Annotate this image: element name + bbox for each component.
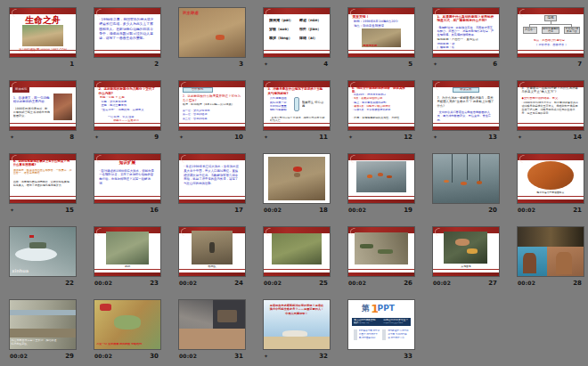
slide-canvas[interactable]: 是谁用血肉之躯筑起冲不垮的长堤？是谁在洪水中托起生命之舟？——是最可爱的人：中国…: [263, 299, 331, 350]
slide-shape: 电视: [544, 15, 558, 21]
animation-star-icon[interactable]: ✦: [94, 134, 99, 140]
slide-canvas[interactable]: [263, 153, 331, 204]
slide-thumbnail[interactable]: 9、这则电视新闻在表达上有什么特点？为什么富有画面感?特点提示：解说词与画面互相…: [9, 153, 77, 216]
animation-star-icon[interactable]: ✦: [518, 134, 522, 140]
slide-canvas[interactable]: 洪水肆虐: [178, 7, 246, 58]
slide-text: · 9点：县委决定组织营救: [352, 97, 410, 101]
slide-footer-left: ✦: [433, 61, 437, 67]
slide-thumbnail[interactable]: · 走近1998年长江特大洪水：当年洪水波及大半个中国，受灾人口超过两亿，直接经…: [178, 153, 246, 216]
slide-canvas[interactable]: 万众一心 众志成城 抗洪抢险 夺取胜利: [94, 299, 161, 350]
slide-thumbnail[interactable]: 整体感知1、自读课文，用一句话概括这则新闻的主要内容。· 1998年簰洲湾溃堤后…: [9, 80, 77, 142]
slide-thumbnail[interactable]: 万众一心 众志成城 抗洪抢险 夺取胜利00:0230: [94, 299, 161, 362]
slide-canvas[interactable]: 1、本课属于什么类别的新闻？采用何种报道方式，与广播新闻有什么不同?· 电视解说…: [432, 7, 500, 58]
slide-canvas[interactable]: 2、这则新闻的标题分为几部分？交代了什么内容?标题：引题 + 正题引题：交代事件…: [94, 80, 161, 131]
slide-thumbnail[interactable]: 00:0231: [178, 299, 246, 362]
slide-canvas[interactable]: · 走近1998年长江特大洪水：当年洪水波及大半个中国，受灾人口超过两亿，直接经…: [178, 153, 246, 204]
slide-thumbnail[interactable]: 第1PPT怎么让PPT模板更精彩？如何让幻灯片更专业？海量模板免费下载优质素材教…: [347, 299, 415, 362]
slide-footer: 2: [94, 58, 161, 69]
slide-canvas[interactable]: 九江市民自发串起十里长街，挥泪欢送抗洪抢险部队。: [9, 299, 77, 350]
animation-star-icon[interactable]: ✦: [264, 61, 268, 67]
slide-thumbnail[interactable]: 00:0218: [263, 153, 331, 216]
animation-star-icon[interactable]: ✦: [264, 134, 268, 140]
slide-thumbnail[interactable]: 簰洲湾（pái）肆虐（nüè）穿梭（suō）围歼（jiān）靠拢（lǒng）障碍…: [263, 7, 331, 69]
slide-thumbnail[interactable]: 00:0226: [347, 226, 415, 289]
slide-canvas[interactable]: 3、冲锋舟是在什么情况下前进的？当晚天气情况如何?洪水湍急凶猛夜色漆黑一片水中障…: [263, 80, 331, 131]
slide-shape: [264, 337, 330, 349]
slide-thumbnail[interactable]: 是谁用血肉之躯筑起冲不垮的长堤？是谁在洪水中托起生命之舟？——是最可爱的人：中国…: [263, 299, 331, 362]
slide-photo: [433, 154, 499, 203]
slide-canvas[interactable]: 救助: [94, 226, 161, 277]
slide-text: 靠拢（lǒng）: [269, 37, 297, 41]
slide-thumbnail[interactable]: 生命之舟第1PPT模板网:WWW.1PPT.COM1: [9, 7, 77, 69]
slide-number: 29: [65, 353, 74, 360]
template-red-bar: [179, 154, 245, 160]
slide-canvas[interactable]: [263, 226, 331, 277]
slide-shape: 整体感知: [12, 87, 29, 93]
slide-canvas[interactable]: 电视声画合一瞬间传递视听信息大众化口语表达习惯特点：声画结合传递信息（ 声音语言…: [517, 7, 584, 58]
slide-footer: ✦10: [178, 131, 246, 142]
animation-star-icon[interactable]: ✦: [179, 134, 184, 140]
animation-star-icon[interactable]: ✦: [10, 207, 14, 213]
slide-text: 8、文章最后一段如何理解？为什么说冲锋舟的意义不止“救人五万”?: [521, 86, 579, 94]
animation-star-icon[interactable]: ✦: [433, 134, 437, 140]
slide-canvas[interactable]: 解放军奋力营救被困群众: [517, 153, 584, 204]
slide-thumbnail[interactable]: xinhua22: [9, 226, 77, 289]
slide-canvas[interactable]: 突发灾情！时间：1998年8月1日晚8点20分地点：湖北嘉鱼簰洲湾簰洲湾溃堤: [347, 7, 415, 58]
template-red-bar: [518, 8, 584, 14]
slide-canvas[interactable]: 第1PPT怎么让PPT模板更精彩？如何让幻灯片更专业？海量模板免费下载优质素材教…: [347, 299, 415, 350]
slide-canvas[interactable]: 兵魂国魂: [432, 226, 500, 277]
slide-thumbnail[interactable]: 1、本课属于什么类别的新闻？采用何种报道方式，与广播新闻有什么不同?· 电视解说…: [432, 7, 500, 69]
slide-canvas[interactable]: 8、文章最后一段如何理解？为什么说冲锋舟的意义不止“救人五万”?◆交代营救行动的…: [517, 80, 584, 131]
logo-ppt: PPT: [378, 304, 400, 313]
slide-text: 9、这则电视新闻在表达上有什么特点？为什么富有画面感?: [13, 159, 73, 167]
slide-canvas[interactable]: 敢死队: [178, 226, 246, 277]
slide-canvas[interactable]: xinhua: [9, 226, 77, 277]
slide-thumbnail[interactable]: 突发灾情！时间：1998年8月1日晚8点20分地点：湖北嘉鱼簰洲湾簰洲湾溃堤5: [347, 7, 415, 69]
slide-thumbnail[interactable]: 8、文章最后一段如何理解？为什么说冲锋舟的意义不止“救人五万”?◆交代营救行动的…: [517, 80, 584, 142]
slide-canvas[interactable]: 生命之舟第1PPT模板网:WWW.1PPT.COM: [9, 7, 77, 58]
slide-thumbnail[interactable]: 5、找出文中体现时间的词语，说说其作用。· 8点20分：簰洲湾大堤溃口· 9点：…: [347, 80, 415, 142]
slide-thumbnail[interactable]: 20: [432, 153, 500, 216]
slide-thumbnail[interactable]: 3、冲锋舟是在什么情况下前进的？当晚天气情况如何?洪水湍急凶猛夜色漆黑一片水中障…: [263, 80, 331, 142]
animation-star-icon[interactable]: ✦: [10, 134, 14, 140]
slide-thumbnail[interactable]: · 1998年之夏，我国罕见的特大洪水肆虐长江流域，多少人为此失去了家园和亲人。…: [94, 7, 161, 69]
slide-canvas[interactable]: 研读赏析7、为什么说这一艘艘普通的冲锋舟，是所有被困人员的“生命之舟”? 这条船…: [432, 80, 500, 131]
slide-canvas[interactable]: [178, 299, 246, 350]
slide-thumbnail[interactable]: 研读赏析7、为什么说这一艘艘普通的冲锋舟，是所有被困人员的“生命之舟”? 这条船…: [432, 80, 500, 142]
slide-thumbnail[interactable]: 知识扩展· 面对肆虐的1998年特大洪水，假如你是一名随队记者，亲历了这场惊心动…: [94, 153, 161, 216]
animation-star-icon[interactable]: ✦: [348, 134, 353, 140]
slide-thumbnail[interactable]: 兵魂国魂00:0227: [432, 226, 500, 289]
animation-star-icon[interactable]: ✦: [264, 354, 268, 359]
animation-star-icon[interactable]: ✦: [433, 61, 437, 67]
slide-footer: ✦14: [517, 131, 584, 142]
slide-canvas[interactable]: [432, 153, 500, 204]
slide-text: 突发灾情！: [352, 15, 410, 20]
slide-canvas[interactable]: [347, 153, 415, 204]
slide-thumbnail[interactable]: 敢死队00:0224: [178, 226, 246, 289]
slide-thumbnail[interactable]: 00:0225: [263, 226, 331, 289]
slide-text: 标题：引题 + 正题: [100, 96, 152, 100]
slide-thumbnail[interactable]: 00:0228: [517, 226, 584, 289]
slide-thumbnail[interactable]: 电视声画合一瞬间传递视听信息大众化口语表达习惯特点：声画结合传递信息（ 声音语言…: [517, 7, 584, 69]
slide-thumbnail[interactable]: 九江市民自发串起十里长街，挥泪欢送抗洪抢险部队。00:0229: [9, 299, 77, 362]
slide-canvas[interactable]: 整体感知1、自读课文，用一句话概括这则新闻的主要内容。· 1998年簰洲湾溃堤后…: [9, 80, 77, 131]
slide-thumbnail[interactable]: 解放军奋力营救被困群众00:0221: [517, 153, 584, 216]
slide-canvas[interactable]: 知识扩展· 面对肆虐的1998年特大洪水，假如你是一名随队记者，亲历了这场惊心动…: [94, 153, 161, 204]
slide-thumbnail[interactable]: 2、这则新闻的标题分为几部分？交代了什么内容?标题：引题 + 正题引题：交代事件…: [94, 80, 161, 142]
slide-canvas[interactable]: 合作探究2、这则新闻按什么顺序展开报道？可分为几个层次?顺序：时间顺序（8月1日…: [178, 80, 246, 131]
slide-canvas[interactable]: [347, 226, 415, 277]
template-red-bar: [94, 196, 160, 197]
slide-canvas[interactable]: · 1998年之夏，我国罕见的特大洪水肆虐长江流域，多少人为此失去了家园和亲人。…: [94, 7, 161, 58]
slide-text: 特点：声画结合传递信息: [534, 39, 573, 43]
slide-footer: 22: [9, 277, 77, 289]
slide-canvas[interactable]: 9、这则电视新闻在表达上有什么特点？为什么富有画面感?特点提示：解说词与画面互相…: [9, 153, 77, 204]
slide-canvas[interactable]: 5、找出文中体现时间的词语，说说其作用。· 8点20分：簰洲湾大堤溃口· 9点：…: [347, 80, 415, 131]
slide-thumbnail[interactable]: 00:0219: [347, 153, 415, 216]
slide-text: 7、为什么说这一艘艘普通的冲锋舟，是所有被困人员的“生命之舟”? 这条船上记载了…: [437, 96, 494, 109]
slide-thumbnail[interactable]: 洪水肆虐3: [178, 7, 246, 69]
slide-canvas[interactable]: [517, 226, 584, 277]
slide-footer-left: 00:02: [10, 353, 28, 359]
slide-thumbnail[interactable]: 救助00:0223: [94, 226, 161, 289]
slide-canvas[interactable]: 簰洲湾（pái）肆虐（nüè）穿梭（suō）围歼（jiān）靠拢（lǒng）障碍…: [263, 7, 331, 58]
slide-thumbnail[interactable]: 合作探究2、这则新闻按什么顺序展开报道？可分为几个层次?顺序：时间顺序（8月1日…: [178, 80, 246, 142]
